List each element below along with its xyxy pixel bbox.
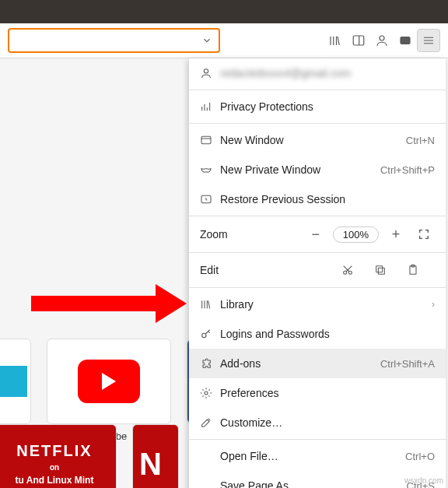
chevron-right-icon: ›: [432, 299, 435, 310]
svg-point-18: [202, 333, 206, 337]
shortcut: Ctrl+Shift+A: [380, 358, 435, 370]
paste-icon[interactable]: [407, 264, 435, 276]
menu-new-window[interactable]: New Window Ctrl+N: [189, 125, 446, 155]
user-icon: [200, 67, 220, 79]
zoom-in-button[interactable]: +: [385, 223, 407, 245]
edit-label: Edit: [200, 264, 337, 276]
highlight-card[interactable]: NETFLIX on tu And Linux Mint atch Netfli…: [0, 424, 117, 488]
menu-privacy-protections[interactable]: Privacy Protections: [189, 92, 446, 121]
sidebar-icon[interactable]: [347, 29, 370, 52]
overflow-icon[interactable]: [394, 29, 417, 52]
zoom-label: Zoom: [200, 228, 299, 240]
menu-zoom: Zoom − 100% +: [189, 218, 446, 251]
svg-point-5: [407, 40, 408, 41]
menu-logins[interactable]: Logins and Passwords: [189, 319, 446, 349]
shortcut: Ctrl+Shift+P: [380, 164, 435, 176]
copy-icon[interactable]: [374, 264, 402, 276]
menu-addons[interactable]: Add-ons Ctrl+Shift+A: [189, 349, 446, 378]
card-text: NETFLIX: [16, 442, 92, 460]
menu-preferences[interactable]: Preferences: [189, 378, 446, 408]
svg-rect-14: [378, 268, 384, 274]
paint-icon: [200, 416, 220, 429]
svg-rect-7: [31, 296, 156, 311]
window-icon: [200, 134, 220, 146]
key-icon: [200, 328, 220, 340]
card-text: on: [50, 463, 59, 472]
menu-open-file[interactable]: Open File… Ctrl+O: [189, 441, 446, 471]
menu-new-private-window[interactable]: New Private Window Ctrl+Shift+P: [189, 155, 446, 184]
hamburger-menu-button[interactable]: [417, 29, 440, 52]
menu-customize[interactable]: Customize…: [189, 408, 446, 437]
highlight-card[interactable]: N UNIXMEN How To: [132, 424, 179, 488]
svg-rect-0: [353, 36, 364, 45]
account-email: redactedxxxx4@gmail.com: [220, 67, 435, 79]
svg-point-4: [404, 40, 406, 41]
svg-point-19: [205, 391, 208, 395]
svg-rect-15: [376, 266, 383, 272]
restore-icon: [200, 193, 220, 205]
zoom-out-button[interactable]: −: [305, 223, 327, 245]
cut-icon[interactable]: [341, 264, 369, 276]
library-icon: [200, 298, 220, 311]
svg-point-3: [403, 40, 404, 41]
svg-marker-8: [156, 284, 187, 323]
browser-toolbar: [0, 23, 448, 58]
chevron-down-icon: [201, 35, 212, 46]
shortcut: Ctrl+O: [405, 451, 435, 462]
mask-icon: [200, 163, 220, 176]
menu-account[interactable]: redactedxxxx4@gmail.com: [189, 58, 446, 88]
menu-edit: Edit: [189, 255, 446, 286]
annotation-arrow: [31, 284, 187, 323]
menu-restore-session[interactable]: Restore Previous Session: [189, 184, 446, 214]
shortcut: Ctrl+N: [406, 135, 435, 146]
shield-chart-icon: [200, 100, 220, 113]
account-icon[interactable]: [370, 29, 394, 52]
youtube-icon: [78, 360, 140, 403]
svg-rect-10: [201, 136, 211, 143]
card-text: tu And Linux Mint: [16, 475, 94, 486]
zoom-value[interactable]: 100%: [333, 226, 379, 243]
gear-icon: [200, 387, 220, 399]
watermark: wsxdn.com: [404, 476, 443, 485]
library-icon[interactable]: [324, 29, 347, 52]
svg-point-1: [380, 36, 384, 40]
fullscreen-button[interactable]: [413, 223, 435, 245]
svg-point-9: [204, 69, 208, 73]
app-menu: redactedxxxx4@gmail.com Privacy Protecti…: [189, 58, 446, 488]
puzzle-icon: [200, 357, 220, 370]
window-titlebar: [0, 0, 448, 23]
menu-library[interactable]: Library ›: [189, 290, 446, 319]
url-bar[interactable]: [8, 28, 220, 53]
puzzle-icon: [0, 366, 27, 397]
